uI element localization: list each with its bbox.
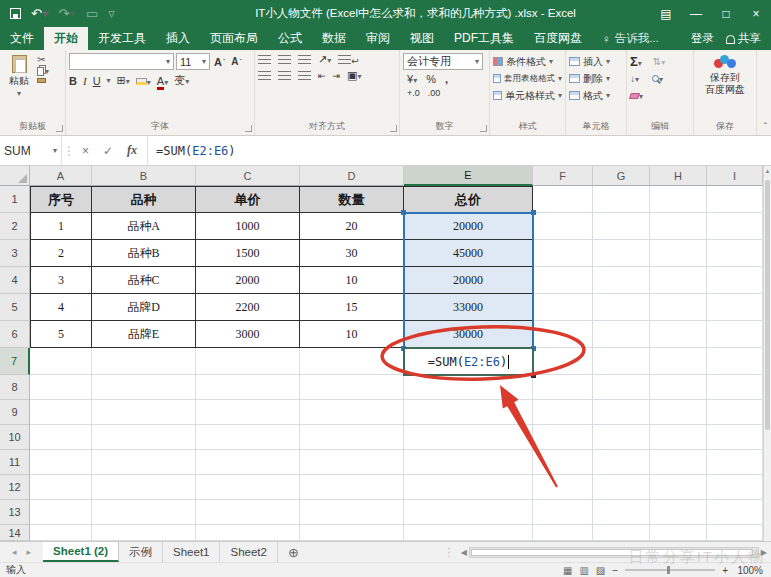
cell-D8[interactable] <box>300 375 404 400</box>
cell-I8[interactable] <box>707 375 763 400</box>
bold-button[interactable]: B <box>69 75 77 87</box>
font-size-select[interactable]: 11▾ <box>176 53 210 70</box>
cell-B4[interactable]: 品种C <box>92 267 196 294</box>
clipboard-dialog-launcher[interactable] <box>56 125 63 132</box>
collapse-ribbon-button[interactable]: ˆ <box>764 122 767 133</box>
delete-cells-button[interactable]: 删除▾ <box>569 70 623 87</box>
cell-E2[interactable]: 20000 <box>404 213 533 240</box>
align-bottom-icon[interactable] <box>298 55 311 64</box>
cell-F9[interactable] <box>533 400 593 425</box>
name-box[interactable]: SUM▾ <box>0 136 62 165</box>
cell-E13[interactable] <box>404 500 533 525</box>
cell-C2[interactable]: 1000 <box>196 213 300 240</box>
cell-E9[interactable] <box>404 400 533 425</box>
copy-button[interactable]: ▾ <box>35 66 51 77</box>
row-header-14[interactable]: 14 <box>0 525 30 541</box>
cell-I2[interactable] <box>707 213 763 240</box>
increase-decimal-button[interactable]: +.0 <box>407 88 420 98</box>
cell-C8[interactable] <box>196 375 300 400</box>
save-icon[interactable] <box>10 8 21 19</box>
cell-G5[interactable] <box>593 294 650 321</box>
ribbon-display-options-icon[interactable]: ▤ <box>651 7 681 21</box>
cell-G11[interactable] <box>593 450 650 475</box>
cell-D7[interactable] <box>300 348 404 375</box>
zoom-out-button[interactable]: − <box>612 565 618 576</box>
cell-E11[interactable] <box>404 450 533 475</box>
find-select-button[interactable]: ▾ <box>652 73 663 84</box>
scroll-right-button[interactable]: ▶ <box>761 548 767 557</box>
minimize-button[interactable]: — <box>681 7 711 21</box>
cell-D5[interactable]: 15 <box>300 294 404 321</box>
column-header-I[interactable]: I <box>707 166 763 186</box>
cell-A3[interactable]: 2 <box>30 240 92 267</box>
close-button[interactable]: × <box>741 7 771 21</box>
cell-G1[interactable] <box>593 186 650 213</box>
paste-button[interactable]: 粘贴 ▾ <box>3 53 35 120</box>
cell-G3[interactable] <box>593 240 650 267</box>
ribbon-tab-百度网盘[interactable]: 百度网盘 <box>524 27 592 50</box>
touch-mode-icon[interactable]: ▭ <box>86 7 98 20</box>
cell-A12[interactable] <box>30 475 92 500</box>
cell-C13[interactable] <box>196 500 300 525</box>
cell-C1[interactable]: 单价 <box>196 186 300 213</box>
cell-A10[interactable] <box>30 425 92 450</box>
cell-A2[interactable]: 1 <box>30 213 92 240</box>
cell-H7[interactable] <box>650 348 707 375</box>
cell-H3[interactable] <box>650 240 707 267</box>
cell-F4[interactable] <box>533 267 593 294</box>
enter-button[interactable]: ✓ <box>103 144 113 158</box>
cell-F7[interactable] <box>533 348 593 375</box>
insert-cells-button[interactable]: 插入▾ <box>569 53 623 70</box>
cell-A1[interactable]: 序号 <box>30 186 92 213</box>
new-sheet-button[interactable]: ⊕ <box>278 542 309 562</box>
cell-H4[interactable] <box>650 267 707 294</box>
cell-B2[interactable]: 品种A <box>92 213 196 240</box>
cell-A9[interactable] <box>30 400 92 425</box>
comma-format-button[interactable]: , <box>445 73 448 85</box>
cell-C3[interactable]: 1500 <box>196 240 300 267</box>
cell-A11[interactable] <box>30 450 92 475</box>
cell-F8[interactable] <box>533 375 593 400</box>
cell-E5[interactable]: 33000 <box>404 294 533 321</box>
column-header-D[interactable]: D <box>300 166 404 186</box>
cell-E8[interactable] <box>404 375 533 400</box>
vertical-scroll-thumb[interactable] <box>765 180 770 430</box>
format-painter-button[interactable] <box>35 77 51 84</box>
format-as-table-button[interactable]: 套用表格格式▾ <box>493 70 562 87</box>
editing-cell-E7[interactable]: =SUM(E2:E6) <box>403 347 534 376</box>
cell-I10[interactable] <box>707 425 763 450</box>
cell-G14[interactable] <box>593 525 650 541</box>
cell-I6[interactable] <box>707 321 763 348</box>
ribbon-tab-开始[interactable]: 开始 <box>44 27 88 50</box>
row-header-7[interactable]: 7 <box>0 348 30 375</box>
cell-H12[interactable] <box>650 475 707 500</box>
cell-H2[interactable] <box>650 213 707 240</box>
decrease-decimal-button[interactable]: .00 <box>428 88 441 98</box>
ribbon-tab-页面布局[interactable]: 页面布局 <box>200 27 268 50</box>
name-box-splitter[interactable]: ⋮ <box>62 136 76 165</box>
cell-I12[interactable] <box>707 475 763 500</box>
ribbon-tab-PDF工具集[interactable]: PDF工具集 <box>444 27 524 50</box>
cell-C9[interactable] <box>196 400 300 425</box>
page-layout-view-button[interactable]: ▥ <box>579 565 588 576</box>
zoom-level[interactable]: 100% <box>735 565 763 576</box>
cell-E6[interactable]: 30000 <box>404 321 533 348</box>
cell-E4[interactable]: 20000 <box>404 267 533 294</box>
cell-F1[interactable] <box>533 186 593 213</box>
cell-B3[interactable]: 品种B <box>92 240 196 267</box>
ribbon-tab-数据[interactable]: 数据 <box>312 27 356 50</box>
cell-styles-button[interactable]: 单元格样式▾ <box>493 87 562 104</box>
cell-B7[interactable] <box>92 348 196 375</box>
wrap-text-button[interactable]: ↩ <box>338 54 359 66</box>
cell-D2[interactable]: 20 <box>300 213 404 240</box>
cell-C6[interactable]: 3000 <box>196 321 300 348</box>
number-format-select[interactable]: 会计专用▾ <box>403 53 483 70</box>
cell-I5[interactable] <box>707 294 763 321</box>
grow-font-button[interactable]: Aˆ <box>212 55 227 69</box>
undo-button[interactable]: ↶▾ <box>31 7 48 20</box>
cell-B6[interactable]: 品牌E <box>92 321 196 348</box>
column-header-C[interactable]: C <box>196 166 300 186</box>
merge-center-button[interactable]: ▣▾ <box>347 69 361 82</box>
tell-me-box[interactable]: ♀ 告诉我... <box>592 27 669 50</box>
column-header-A[interactable]: A <box>30 166 92 186</box>
